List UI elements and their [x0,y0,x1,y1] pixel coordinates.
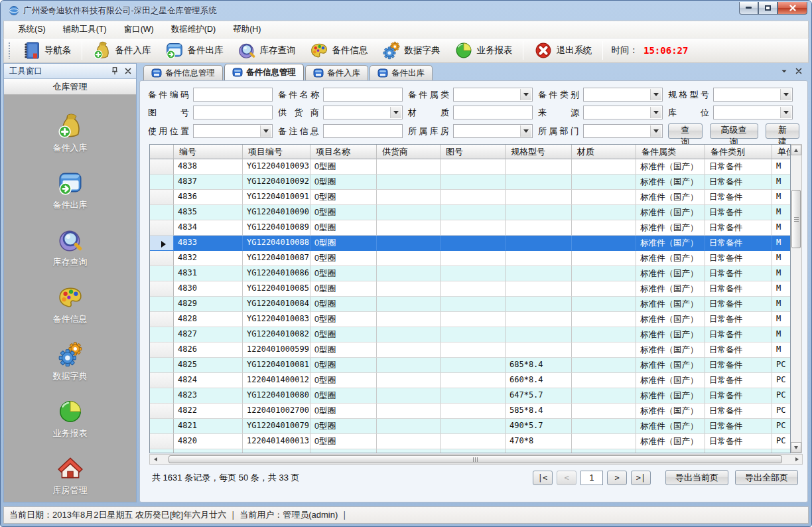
first-page-button[interactable]: |< [533,471,553,485]
tab-parts-inbound[interactable]: 备件入库 [305,65,368,80]
toolbar-button-nav-bar[interactable]: 导航条 [15,39,78,62]
menu-item-data-maintenance[interactable]: 数据维护(D) [163,21,224,38]
row-selector[interactable] [150,297,174,312]
toolbar-button-stock-query[interactable]: 库存查询 [230,39,303,62]
table-row[interactable]: 4825YG122040100810型圈685*8.4标准件（国产）日常备件PC [150,358,791,373]
dropdown-arrow-icon[interactable] [650,107,661,118]
row-selector[interactable] [150,266,174,281]
row-selector[interactable] [150,312,174,327]
column-header-part_attr[interactable]: 备件属类 [636,145,705,159]
scroll-right-button[interactable] [791,455,802,464]
column-header-no[interactable]: 编号 [174,145,243,159]
row-selector[interactable] [150,358,174,373]
column-header-drawing_no[interactable]: 图号 [440,145,506,159]
row-selector[interactable] [150,404,174,419]
minimize-button[interactable] [739,2,758,15]
table-row[interactable]: 4831YG122040100860型圈标准件（国产）日常备件M [150,266,791,281]
warehouse-select[interactable] [453,124,533,138]
source-select[interactable] [583,106,663,119]
sidebar-item-parts-outbound[interactable]: 备件出库 [53,169,88,211]
column-header-supplier[interactable]: 供货商 [377,145,440,159]
row-selector[interactable] [150,190,174,205]
last-page-button[interactable]: >| [631,471,651,485]
table-row[interactable]: 4833YG122040100880型圈标准件（国产）日常备件M [150,236,791,251]
maximize-button[interactable] [758,2,778,15]
table-row[interactable]: 4827YG122040100820型圈标准件（国产）日常备件M [150,327,791,342]
sidebar-item-data-dictionary[interactable]: 数据字典 [53,340,88,382]
pin-icon[interactable] [109,66,120,76]
row-selector[interactable] [150,388,174,404]
supplier-select[interactable] [323,106,403,119]
tab-parts-outbound[interactable]: 备件出库 [370,65,433,80]
dropdown-arrow-icon[interactable] [260,125,271,137]
scroll-up-button[interactable] [791,145,801,155]
table-row[interactable]: 4821YG122040100790型圈490*5.7标准件（国产）日常备件PC [150,419,791,434]
vertical-scroll-thumb[interactable] [791,190,801,248]
sidebar-item-business-report[interactable]: 业务报表 [53,398,88,439]
dropdown-arrow-icon[interactable] [520,125,531,137]
toolbar-button-business-report[interactable]: 业务报表 [447,39,519,62]
sidebar-item-parts-info[interactable]: 备件信息 [53,283,88,325]
tab-close-icon[interactable] [794,66,803,76]
horizontal-scrollbar[interactable] [149,454,803,465]
sidebar-group-warehouse[interactable]: 仓库管理 [4,79,136,95]
part-category-select[interactable] [583,88,663,102]
page-number-input[interactable] [580,471,603,485]
table-row[interactable]: 482212204010027000型圈585*8.4标准件（国产）日常备件PC [150,404,791,419]
menu-item-aux-tools[interactable]: 辅助工具(T) [54,21,115,38]
dropdown-arrow-icon[interactable] [650,89,661,100]
column-header-part_category[interactable]: 备件类别 [705,145,772,159]
row-selector[interactable] [150,281,174,297]
vertical-scrollbar[interactable] [791,144,802,453]
table-row[interactable]: 4829YG122040100840型圈标准件（国产）日常备件M [150,297,791,312]
sidebar-close-icon[interactable] [123,66,133,76]
column-header-project_code[interactable]: 项目编号 [243,145,310,159]
row-selector[interactable] [150,434,174,449]
toolbar-button-parts-inbound[interactable]: 备件入库 [86,39,158,62]
remark-input[interactable] [323,124,403,138]
column-header-spec_model[interactable]: 规格型号 [506,145,572,159]
row-selector[interactable] [150,236,174,251]
row-selector[interactable] [150,342,174,358]
export-all-pages-button[interactable]: 导出全部页 [735,470,798,485]
row-selector[interactable] [150,327,174,342]
table-row[interactable]: 4823YG122040100800型圈647*5.7标准件（国产）日常备件PC [150,388,791,404]
spec-model-select[interactable] [713,88,793,102]
toolbar-button-parts-outbound[interactable]: 备件出库 [158,39,230,62]
table-row[interactable]: 482012204014000130型圈470*8标准件（国产）日常备件PC [150,434,791,449]
department-select[interactable] [583,124,663,138]
storage-bin-select[interactable] [713,106,793,119]
scroll-left-button[interactable] [150,455,161,464]
tab-list-dropdown-icon[interactable] [779,66,789,76]
scroll-down-button[interactable] [791,442,801,453]
row-selector[interactable] [150,175,174,190]
table-row[interactable]: 4828YG122040100830型圈标准件（国产）日常备件M [150,312,791,327]
toolbar-button-data-dictionary[interactable]: 数据字典 [375,39,447,62]
toolbar-grip[interactable] [8,42,11,59]
menu-item-help[interactable]: 帮助(H) [224,21,269,38]
part-attr-select[interactable] [453,88,533,102]
dropdown-arrow-icon[interactable] [520,89,531,100]
table-row[interactable]: 4837YG122040100920型圈标准件（国产）日常备件M [150,175,791,190]
dropdown-arrow-icon[interactable] [780,89,791,100]
export-current-page-button[interactable]: 导出当前页 [665,470,728,485]
row-selector[interactable] [150,251,174,266]
advanced-query-button[interactable]: 高级查询 [710,123,758,139]
row-selector[interactable] [150,159,174,175]
table-row[interactable]: 482612204010005990型圈标准件（国产）日常备件M [150,342,791,358]
table-row[interactable]: 4832YG122040100870型圈标准件（国产）日常备件M [150,251,791,266]
row-selector[interactable] [150,419,174,434]
sidebar-item-parts-inbound[interactable]: 备件入库 [53,112,88,154]
menu-item-system[interactable]: 系统(S) [9,21,54,38]
row-selector[interactable] [150,373,174,388]
row-selector[interactable] [150,205,174,220]
dropdown-arrow-icon[interactable] [650,125,661,137]
menu-item-window[interactable]: 窗口(W) [115,21,163,38]
close-button[interactable] [778,2,807,15]
part-name-input[interactable] [323,88,403,102]
sidebar-item-stock-query[interactable]: 库存查询 [53,226,88,268]
dropdown-arrow-icon[interactable] [780,107,791,118]
column-header-material[interactable]: 材质 [572,145,636,159]
create-new-button[interactable]: 新建 [766,123,800,139]
table-row[interactable]: 4838YG122040100930型圈标准件（国产）日常备件M [150,159,791,175]
